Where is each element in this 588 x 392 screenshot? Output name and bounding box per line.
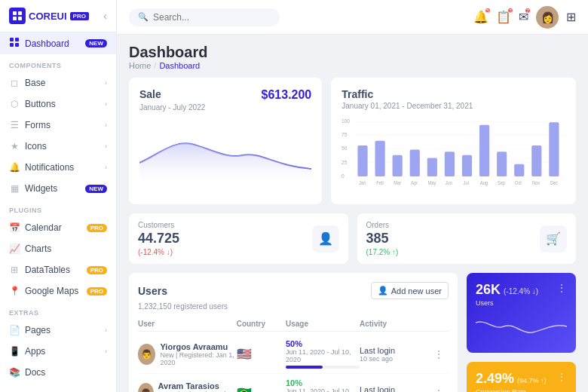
forms-chevron: › — [105, 121, 107, 129]
user-col-2: 👨 Avram Tarasios Recurring | Registered:… — [138, 381, 237, 393]
sidebar-item-icons[interactable]: ★ Icons › — [0, 136, 116, 157]
svg-text:75: 75 — [341, 132, 347, 137]
sidebar-item-notifications-label: Notifications — [25, 162, 74, 173]
sidebar-logo: COREUI PRO ‹ — [0, 0, 116, 32]
flag-icon-2: 🇧🇷 — [237, 387, 252, 392]
svg-rect-3 — [18, 17, 22, 20]
svg-text:Mar: Mar — [394, 181, 402, 185]
users-mini-change: (-12.4% ↓) — [504, 287, 538, 296]
conversion-mini-card-header: 2.49% (94.7% ↑) Conversion Rate ⋮ — [476, 371, 567, 392]
user-info-1: 👨 Yiorgos Avraamu New | Registered: Jan … — [138, 342, 237, 366]
users-mini-chart — [476, 311, 567, 341]
page-content: Dashboard Home / Dashboard Sale $613.200… — [117, 35, 588, 392]
action-col-2: ⋮ — [433, 387, 449, 393]
table-row: 👨 Avram Tarasios Recurring | Registered:… — [138, 374, 449, 392]
mini-cards: 26K (-12.4% ↓) Users ⋮ — [467, 273, 576, 392]
sidebar-item-apps-label: Apps — [25, 346, 45, 357]
sidebar-item-calendar[interactable]: 📅 Calendar PRO — [0, 217, 116, 238]
add-user-label: Add new user — [391, 286, 442, 296]
base-chevron: › — [105, 79, 107, 87]
logo-icon — [9, 8, 26, 24]
charts-icon: 📈 — [9, 243, 20, 254]
docs-icon: 📚 — [9, 367, 20, 378]
datatables-icon: ⊞ — [9, 265, 20, 275]
usage-range-1: Jun 11, 2020 - Jul 10, 2020 — [286, 348, 360, 363]
conversion-mini-change: (94.7% ↑) — [517, 377, 547, 384]
activity-sub-1: 10 sec ago — [360, 355, 433, 363]
sidebar-item-forms-label: Forms — [25, 120, 51, 130]
breadcrumb-home[interactable]: Home — [129, 61, 151, 70]
sidebar-item-forms[interactable]: ☰ Forms › — [0, 115, 116, 136]
sidebar-item-base-label: Base — [25, 78, 45, 88]
sidebar-item-datatables[interactable]: ⊞ DataTables PRO — [0, 259, 116, 280]
svg-rect-22 — [427, 158, 437, 176]
messages-button[interactable]: ✉ 7 — [519, 10, 528, 24]
orders-stat-card: Orders 385 (17.2% ↑) 🛒 — [357, 213, 577, 264]
usage-bar-fill-1 — [286, 366, 323, 369]
sidebar-item-charts-label: Charts — [25, 243, 51, 254]
table-row: 👨 Yiorgos Avraamu New | Registered: Jan … — [138, 335, 449, 374]
apps-chevron: › — [105, 348, 107, 355]
notifications-bell-button[interactable]: 🔔 5 — [473, 10, 488, 24]
usage-col-2: 10% Jun 11, 2020 - Jul 10, 2020 — [286, 378, 360, 392]
notifications-list-button[interactable]: 📋 3 — [496, 10, 511, 24]
sale-card-header: Sale $613.200 — [139, 88, 311, 102]
add-new-user-button[interactable]: 👤 Add new user — [371, 282, 449, 299]
sidebar-item-apps[interactable]: 📱 Apps › — [0, 341, 116, 362]
header-right: 🔔 5 📋 3 ✉ 7 👩 ⊞ — [473, 6, 576, 29]
users-mini-card-header: 26K (-12.4% ↓) Users ⋮ — [476, 282, 567, 307]
orders-icon-box: 🛒 — [540, 225, 567, 253]
svg-rect-19 — [375, 141, 385, 176]
row-menu-button-1[interactable]: ⋮ — [433, 348, 444, 360]
forms-icon: ☰ — [9, 120, 20, 130]
sidebar-item-base[interactable]: ◻ Base › — [0, 72, 116, 93]
search-input[interactable] — [153, 12, 259, 23]
svg-text:Dec: Dec — [550, 181, 558, 185]
logo-brand-text: COREUI — [29, 11, 67, 22]
svg-text:100: 100 — [341, 118, 350, 124]
widgets-icon: ▦ — [9, 183, 20, 194]
sidebar-toggle-button[interactable]: ‹ — [103, 10, 107, 22]
customers-value: 44.725 — [138, 231, 179, 247]
svg-rect-28 — [531, 145, 541, 176]
svg-text:Nov: Nov — [532, 181, 541, 185]
svg-rect-20 — [393, 155, 403, 176]
sidebar: COREUI PRO ‹ Dashboard NEW COMPONENTS ◻ … — [0, 0, 117, 392]
apps-icon: 📱 — [9, 346, 20, 357]
users-mini-menu-button[interactable]: ⋮ — [556, 282, 567, 294]
user-name-1: Yiorgos Avraamu — [160, 342, 236, 351]
col-header-user: User — [138, 320, 237, 328]
sidebar-item-widgets[interactable]: ▦ Widgets NEW — [0, 178, 116, 199]
app-grid-icon[interactable]: ⊞ — [566, 10, 576, 24]
svg-rect-26 — [497, 152, 507, 176]
base-icon: ◻ — [9, 78, 20, 88]
user-avatar[interactable]: 👩 — [536, 6, 559, 29]
users-card-header: Users 👤 Add new user — [138, 282, 449, 299]
row-menu-button-2[interactable]: ⋮ — [433, 387, 444, 393]
sidebar-item-buttons[interactable]: ⬡ Buttons › — [0, 93, 116, 115]
sale-amount: $613.200 — [262, 88, 312, 102]
sale-chart — [139, 118, 311, 178]
conversion-mini-value: 2.49% — [476, 371, 514, 387]
googlemaps-icon: 📍 — [9, 286, 20, 296]
sidebar-item-docs[interactable]: 📚 Docs — [0, 362, 116, 383]
breadcrumb-current: Dashboard — [159, 61, 200, 70]
sidebar-item-charts[interactable]: 📈 Charts — [0, 238, 116, 259]
buttons-icon: ⬡ — [9, 99, 20, 109]
sidebar-item-dashboard[interactable]: Dashboard NEW — [0, 32, 116, 54]
svg-text:Oct: Oct — [515, 181, 522, 185]
svg-rect-24 — [462, 155, 472, 176]
sidebar-item-notifications[interactable]: 🔔 Notifications › — [0, 157, 116, 178]
conversion-mini-menu-button[interactable]: ⋮ — [556, 371, 567, 383]
user-details-2: Avram Tarasios Recurring | Registered: J… — [158, 381, 237, 393]
datatables-pro-badge: PRO — [87, 266, 107, 274]
sidebar-item-googlemaps[interactable]: 📍 Google Maps PRO — [0, 280, 116, 302]
users-subtitle: 1,232,150 registered users — [138, 302, 449, 311]
dashboard-new-badge: NEW — [85, 39, 107, 47]
calendar-icon: 📅 — [9, 222, 20, 233]
search-box[interactable]: 🔍 — [129, 8, 280, 26]
extras-section-label: EXTRAS — [0, 302, 116, 320]
sidebar-item-pages[interactable]: 📄 Pages › — [0, 320, 116, 341]
usage-pct-1: 50% — [286, 339, 360, 348]
add-user-icon: 👤 — [378, 286, 388, 296]
